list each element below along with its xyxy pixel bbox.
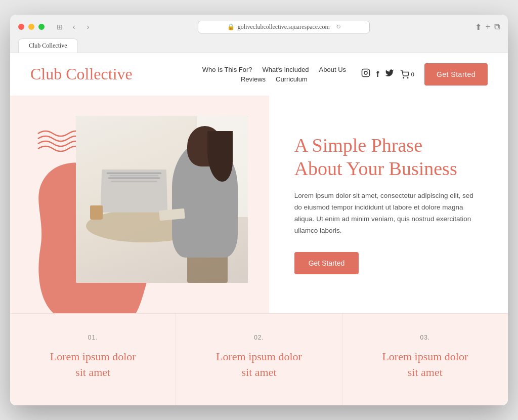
hero-left-panel <box>10 96 269 313</box>
instagram-icon[interactable] <box>361 68 370 80</box>
refresh-icon[interactable]: ↻ <box>336 23 341 31</box>
cart-icon[interactable]: 0 <box>400 70 414 79</box>
social-icons: f 0 <box>361 68 414 80</box>
browser-controls: ⊞ ‹ › 🔒 goliveclubcollective.squarespace… <box>18 21 500 33</box>
browser-actions: ⬆ + ⧉ <box>475 22 500 32</box>
browser-chrome: ⊞ ‹ › 🔒 goliveclubcollective.squarespace… <box>10 15 508 53</box>
new-tab-button[interactable]: + <box>486 22 490 31</box>
feature-2-title-line1: Lorem ipsum dolor <box>216 350 302 363</box>
active-tab[interactable]: Club Collective <box>18 38 78 53</box>
address-bar-container: 🔒 goliveclubcollective.squarespace.com ↻ <box>105 21 463 33</box>
feature-2-number: 02. <box>201 334 316 341</box>
hero-right-panel: A Simple Phrase About Your Business Lore… <box>269 96 508 313</box>
nav-row-1: Who Is This For? What's Included About U… <box>202 66 346 73</box>
facebook-icon[interactable]: f <box>376 70 379 79</box>
feature-3-title-line2: sit amet <box>408 366 443 379</box>
feature-1-number: 01. <box>35 334 150 341</box>
twitter-icon[interactable] <box>385 68 394 80</box>
cart-count: 0 <box>411 70 414 78</box>
tab-bar: Club Collective <box>18 38 500 53</box>
feature-3-title-line1: Lorem ipsum dolor <box>382 350 468 363</box>
feature-card-3: 03. Lorem ipsum dolor sit amet <box>342 314 508 406</box>
feature-card-2: 02. Lorem ipsum dolor sit amet <box>176 314 342 406</box>
maximize-dot[interactable] <box>38 24 45 30</box>
nav-about-us[interactable]: About Us <box>319 66 346 73</box>
minimize-dot[interactable] <box>28 24 34 30</box>
feature-1-title-line1: Lorem ipsum dolor <box>50 350 136 363</box>
browser-nav: ⊞ ‹ › <box>55 22 93 32</box>
share-button[interactable]: ⬆ <box>475 22 482 32</box>
close-dot[interactable] <box>18 24 24 30</box>
nav-curriculum[interactable]: Curriculum <box>276 75 308 83</box>
feature-2-title: Lorem ipsum dolor sit amet <box>201 349 316 381</box>
hero-image <box>76 116 248 283</box>
address-bar[interactable]: 🔒 goliveclubcollective.squarespace.com ↻ <box>198 21 370 33</box>
nav-reviews[interactable]: Reviews <box>241 75 266 83</box>
tab-title: Club Collective <box>29 42 67 49</box>
svg-rect-0 <box>362 69 370 77</box>
hero-heading-line1: A Simple Phrase <box>294 135 422 156</box>
svg-point-3 <box>403 77 404 78</box>
url-text: goliveclubcollective.squarespace.com <box>238 23 330 31</box>
nav-who-is-this-for[interactable]: Who Is This For? <box>202 66 252 73</box>
browser-window: ⊞ ‹ › 🔒 goliveclubcollective.squarespace… <box>10 15 508 406</box>
nav-whats-included[interactable]: What's Included <box>263 66 309 73</box>
back-button[interactable]: ‹ <box>69 22 79 32</box>
hero-cta-button[interactable]: Get Started <box>294 252 359 274</box>
site-nav: Who Is This For? What's Included About U… <box>202 66 346 83</box>
feature-1-title-line2: sit amet <box>75 366 110 379</box>
forward-button[interactable]: › <box>83 22 93 32</box>
feature-2-title-line2: sit amet <box>241 366 276 379</box>
svg-point-1 <box>364 71 367 74</box>
website-content: Club Collective Who Is This For? What's … <box>10 53 508 406</box>
hero-body-text: Lorem ipsum dolor sit amet, consectetur … <box>294 190 483 237</box>
feature-1-title: Lorem ipsum dolor sit amet <box>35 349 150 381</box>
header-get-started-button[interactable]: Get Started <box>424 63 488 86</box>
feature-card-1: 01. Lorem ipsum dolor sit amet <box>10 314 176 406</box>
site-header: Club Collective Who Is This For? What's … <box>10 53 508 96</box>
svg-point-4 <box>408 77 409 78</box>
sidebar-toggle-button[interactable]: ⊞ <box>55 22 65 32</box>
hero-photo <box>76 116 248 283</box>
nav-row-2: Reviews Curriculum <box>241 75 308 83</box>
hero-section: A Simple Phrase About Your Business Lore… <box>10 96 508 313</box>
hero-heading-line2: About Your Business <box>294 158 457 179</box>
svg-point-2 <box>367 70 368 71</box>
features-section: 01. Lorem ipsum dolor sit amet 02. Lorem… <box>10 313 508 406</box>
site-logo[interactable]: Club Collective <box>30 65 133 83</box>
tabs-button[interactable]: ⧉ <box>494 22 500 31</box>
lock-icon: 🔒 <box>227 23 235 31</box>
hero-heading: A Simple Phrase About Your Business <box>294 134 483 180</box>
feature-3-title: Lorem ipsum dolor sit amet <box>368 349 483 381</box>
feature-3-number: 03. <box>368 334 483 341</box>
